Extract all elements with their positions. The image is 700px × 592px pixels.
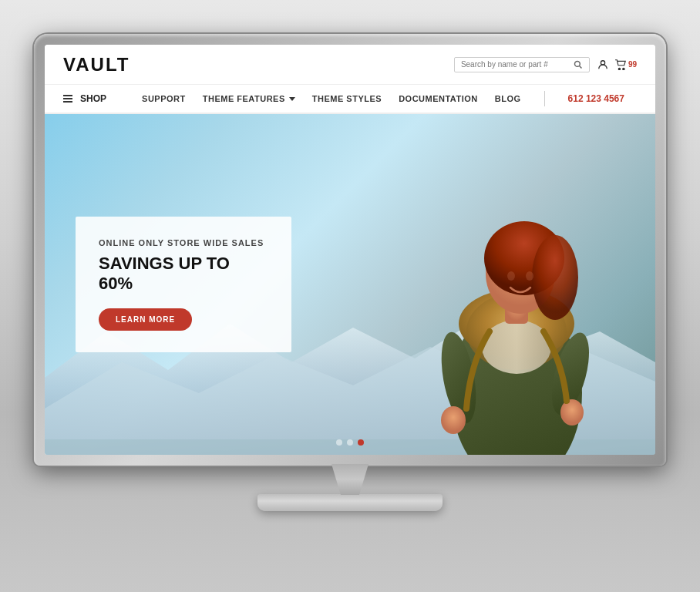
site-nav: SHOP SUPPORT THEME FEATURES THEME STYLES… bbox=[45, 85, 655, 114]
svg-point-11 bbox=[482, 320, 551, 374]
svg-point-3 bbox=[618, 68, 620, 69]
nav-support[interactable]: SUPPORT bbox=[142, 94, 186, 103]
search-input[interactable] bbox=[461, 60, 569, 69]
nav-blog[interactable]: BLOG bbox=[495, 94, 521, 103]
svg-point-2 bbox=[601, 60, 604, 64]
slider-dot-3[interactable] bbox=[358, 439, 364, 446]
svg-point-0 bbox=[574, 61, 580, 66]
chevron-down-icon bbox=[289, 97, 295, 101]
user-icon[interactable] bbox=[597, 59, 608, 70]
svg-point-15 bbox=[532, 235, 578, 320]
header-right: 99 bbox=[454, 57, 637, 72]
search-icon bbox=[574, 60, 583, 69]
screen: VAULT bbox=[45, 45, 655, 455]
slider-dot-1[interactable] bbox=[336, 439, 342, 446]
svg-point-4 bbox=[623, 68, 624, 69]
nav-separator bbox=[544, 91, 545, 106]
svg-point-17 bbox=[526, 271, 533, 281]
nav-links: SUPPORT THEME FEATURES THEME STYLES DOCU… bbox=[130, 91, 637, 106]
svg-point-16 bbox=[507, 271, 515, 281]
slider-dots bbox=[336, 439, 364, 446]
monitor-wrapper: VAULT bbox=[34, 34, 666, 558]
nav-shop[interactable]: SHOP bbox=[63, 93, 106, 104]
svg-line-1 bbox=[579, 66, 581, 68]
shop-label: SHOP bbox=[80, 93, 106, 104]
hero-subtitle: ONLINE ONLY STORE WIDE SALES bbox=[99, 238, 268, 247]
svg-point-20 bbox=[441, 406, 466, 434]
hero-content: ONLINE ONLY STORE WIDE SALES SAVINGS UP … bbox=[76, 217, 291, 352]
nav-documentation[interactable]: DOCUMENTATION bbox=[399, 94, 478, 103]
header-icons: 99 bbox=[597, 59, 637, 70]
hero-title: SAVINGS UP TO 60% bbox=[99, 254, 268, 294]
hero-section: ONLINE ONLY STORE WIDE SALES SAVINGS UP … bbox=[45, 114, 655, 455]
nav-theme-styles[interactable]: THEME STYLES bbox=[312, 94, 382, 103]
monitor-body: VAULT bbox=[34, 34, 666, 466]
cart-icon bbox=[614, 59, 627, 70]
site-logo: VAULT bbox=[63, 54, 130, 76]
slider-dot-2[interactable] bbox=[347, 439, 353, 446]
monitor-neck bbox=[319, 464, 381, 495]
cart-count: 99 bbox=[628, 60, 637, 69]
learn-more-button[interactable]: LEARN MORE bbox=[99, 308, 192, 331]
person-svg bbox=[370, 114, 632, 455]
monitor-base bbox=[257, 494, 443, 511]
site-header: VAULT bbox=[45, 45, 655, 85]
cart-badge[interactable]: 99 bbox=[614, 59, 637, 70]
nav-theme-features[interactable]: THEME FEATURES bbox=[203, 94, 295, 103]
search-bar[interactable] bbox=[454, 57, 590, 72]
hamburger-icon bbox=[63, 95, 72, 103]
svg-point-21 bbox=[560, 399, 584, 426]
phone-number[interactable]: 612 123 4567 bbox=[568, 93, 624, 104]
